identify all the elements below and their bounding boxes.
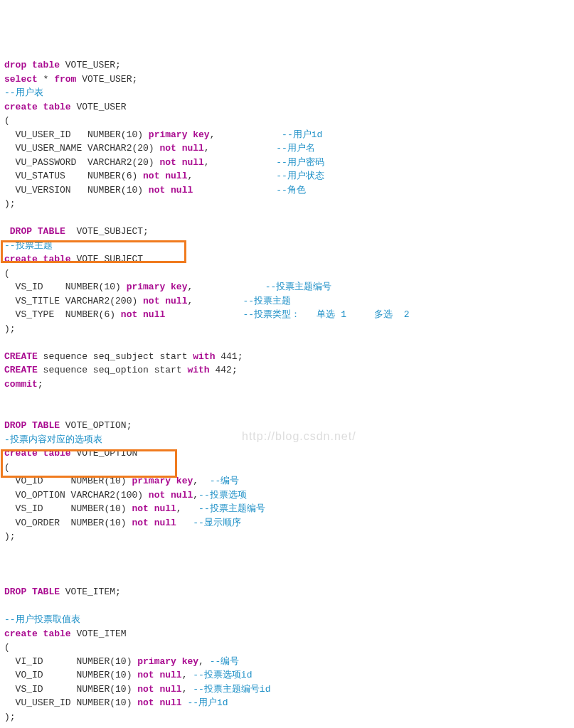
code-line: CREATE sequence seq_subject start with 4…: [4, 350, 570, 364]
code-line: );: [4, 530, 570, 544]
code-line: [4, 724, 570, 728]
token-plain: );: [4, 531, 16, 542]
token-plain: (: [4, 268, 10, 279]
token-cm: --编号: [210, 656, 240, 667]
token-kw: not null: [149, 490, 193, 500]
code-line: VS_ID NUMBER(10) not null, --投票主题编号id: [4, 682, 570, 697]
code-line: commit;: [4, 378, 570, 392]
token-cm: --用户状态: [276, 171, 324, 181]
code-line: --用户表: [4, 86, 570, 100]
token-kw: not null: [137, 670, 181, 680]
token-kw: not null: [143, 171, 187, 181]
code-line: [4, 572, 570, 586]
token-kw: create table: [4, 448, 71, 459]
token-cm: --用户表: [4, 87, 43, 98]
code-line: VU_STATUS NUMBER(6) not null, --用户状态: [4, 169, 570, 183]
code-line: [4, 599, 570, 614]
code-line: VI_ID NUMBER(10) primary key, --编号: [4, 655, 570, 669]
code-line: [4, 211, 570, 225]
token-kw: primary key: [149, 129, 210, 140]
code-line: VO_ID NUMBER(10) primary key, --编号: [4, 474, 570, 488]
token-plain: ,: [204, 143, 276, 154]
token-plain: VO_ID NUMBER(10): [4, 476, 132, 486]
token-plain: sequence seq_subject start: [38, 351, 193, 362]
token-kw: from: [54, 74, 76, 85]
code-line: [4, 391, 570, 405]
token-cm: --投票主题编号: [198, 503, 265, 514]
code-line: create table VOTE_USER: [4, 100, 570, 114]
token-plain: VS_TITLE VARCHAR2(200): [4, 296, 143, 306]
code-line: --用户投票取值表: [4, 613, 570, 627]
token-cm: --投票主题: [243, 296, 291, 306]
code-line: [4, 405, 570, 419]
token-kw: primary key: [127, 282, 188, 292]
token-plain: VO_OPTION VARCHAR2(100): [4, 490, 149, 500]
token-plain: );: [4, 198, 16, 209]
token-kw: not null: [143, 296, 187, 306]
token-kw: drop table: [4, 60, 60, 70]
token-plain: ,: [198, 656, 210, 667]
token-plain: VU_USER_NAME VARCHAR2(20): [4, 143, 159, 154]
token-kw: select: [4, 74, 38, 85]
token-plain: );: [4, 323, 16, 334]
token-plain: 441;: [215, 351, 243, 362]
token-kw: with: [187, 365, 209, 375]
token-plain: [165, 309, 243, 320]
token-kw: primary key: [137, 656, 198, 667]
token-cm: --显示顺序: [193, 518, 241, 528]
token-cm: --用户投票取值表: [4, 614, 80, 625]
code-line: VS_ID NUMBER(10) primary key, --投票主题编号: [4, 280, 570, 294]
token-plain: *: [38, 74, 54, 85]
code-line: drop table VOTE_USER;: [4, 58, 570, 73]
token-plain: ,: [193, 490, 198, 500]
token-plain: VOTE_SUBJECT;: [65, 226, 149, 237]
token-plain: VS_ID NUMBER(10): [4, 684, 137, 695]
token-kw: not null: [121, 309, 165, 320]
token-plain: VU_VERSION NUMBER(10): [4, 185, 149, 196]
token-cm: --用户id: [282, 129, 322, 140]
token-plain: VOTE_USER: [71, 102, 127, 112]
token-plain: VOTE_ITEM;: [60, 587, 121, 597]
token-plain: VO_ID NUMBER(10): [4, 670, 137, 680]
token-plain: ,: [187, 282, 265, 292]
token-plain: VU_USER_ID NUMBER(10): [4, 697, 137, 708]
token-cm: --投票主题编号id: [193, 684, 270, 695]
token-plain: ,: [182, 684, 193, 695]
token-cm: --投票主题: [4, 240, 53, 251]
token-kw: DROP TABLE: [4, 587, 60, 597]
code-line: (: [4, 461, 570, 475]
code-line: (: [4, 641, 570, 655]
code-line: );: [4, 710, 570, 724]
code-line: create table VOTE_SUBJECT: [4, 252, 570, 267]
token-kw: create table: [4, 628, 71, 639]
token-plain: VS_TYPE NUMBER(6): [4, 309, 121, 320]
token-plain: ,: [187, 171, 276, 181]
token-plain: );: [4, 712, 16, 722]
code-line: VU_USER_ID NUMBER(10) primary key, --用户i…: [4, 128, 570, 142]
token-kw: create table: [4, 102, 71, 112]
token-cm: --投票选项id: [193, 670, 252, 680]
token-plain: VOTE_SUBJECT: [71, 254, 143, 264]
token-plain: ,: [204, 157, 276, 168]
token-plain: VOTE_OPTION;: [60, 420, 132, 431]
code-line: VS_TYPE NUMBER(6) not null --投票类型： 单选 1 …: [4, 308, 570, 322]
token-cm: -投票内容对应的选项表: [4, 434, 102, 445]
token-plain: [193, 185, 276, 196]
token-kw: not null: [132, 518, 176, 528]
token-plain: ;: [38, 379, 43, 390]
code-line: [4, 557, 570, 572]
code-line: VU_USER_NAME VARCHAR2(20) not null, --用户…: [4, 141, 570, 156]
code-line: create table VOTE_OPTION: [4, 446, 570, 461]
token-kw: DROP TABLE: [4, 420, 60, 431]
token-plain: VOTE_USER;: [76, 74, 137, 85]
token-plain: ,: [176, 503, 198, 514]
code-line: --投票主题: [4, 239, 570, 253]
token-kw: CREATE: [4, 351, 38, 362]
code-line: [4, 544, 570, 558]
token-plain: ,: [210, 129, 282, 140]
token-plain: VS_ID NUMBER(10): [4, 503, 132, 514]
code-line: VO_ID NUMBER(10) not null, --投票选项id: [4, 668, 570, 682]
token-kw: DROP TABLE: [4, 226, 65, 237]
code-line: create table VOTE_ITEM: [4, 627, 570, 641]
token-cm: --编号: [210, 476, 240, 486]
